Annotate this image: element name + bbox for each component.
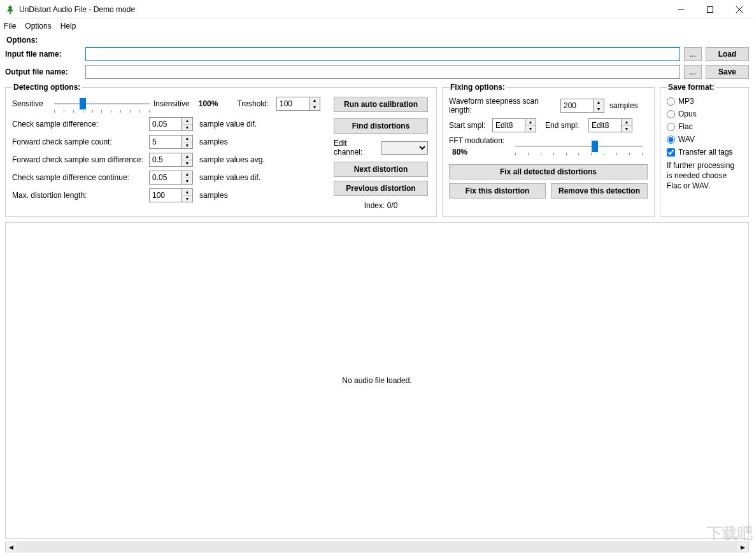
check-sample-diff-input[interactable]: [149, 117, 182, 131]
start-sample-spinner[interactable]: ▲▼: [525, 118, 536, 132]
save-format-legend: Save format:: [667, 83, 716, 92]
input-file-row: Input file name: ... Load: [5, 47, 749, 61]
scan-length-label: Waveform steepness scan length:: [449, 97, 560, 115]
fft-modulation-label: FFT modulation:: [449, 136, 506, 145]
horizontal-scrollbar[interactable]: ◀ ▶: [5, 542, 749, 552]
menu-file[interactable]: File: [4, 22, 16, 31]
end-sample-label: End smpl:: [545, 121, 585, 130]
input-browse-button[interactable]: ...: [684, 47, 702, 61]
next-distortion-button[interactable]: Next distortion: [334, 162, 428, 177]
output-file-row: Output file name: ... Save: [5, 65, 749, 79]
fwd-sum-spinner[interactable]: ▲▼: [182, 153, 193, 167]
check-sample-diff-label: Check sample difference:: [12, 120, 149, 129]
input-file-label: Input file name:: [5, 50, 82, 59]
app-icon: [5, 4, 15, 15]
scan-length-unit: samples: [609, 101, 638, 110]
check-sample-diff-unit: sample value dif.: [199, 120, 257, 129]
fixing-legend: Fixing options:: [449, 83, 506, 92]
menu-bar: File Options Help: [0, 19, 754, 33]
options-header: Options:: [6, 36, 749, 45]
check-sample-diff-spinner[interactable]: ▲▼: [182, 117, 193, 131]
check-cont-unit: sample values dif.: [199, 173, 260, 182]
fix-all-button[interactable]: Fix all detected distortions: [449, 164, 648, 179]
fwd-count-input[interactable]: [149, 135, 182, 149]
start-sample-label: Start smpl:: [449, 121, 488, 130]
menu-help[interactable]: Help: [60, 22, 76, 31]
output-browse-button[interactable]: ...: [684, 65, 702, 79]
max-dist-input[interactable]: [149, 188, 182, 202]
save-button[interactable]: Save: [706, 65, 749, 79]
run-auto-calibration-button[interactable]: Run auto calibration: [334, 97, 428, 112]
previous-distortion-button[interactable]: Previous distortion: [334, 181, 428, 196]
format-wav[interactable]: WAV: [667, 135, 742, 144]
insensitive-label: Insensitive: [153, 99, 190, 108]
svg-rect-1: [708, 7, 713, 13]
fwd-sum-unit: sample values avg.: [199, 155, 265, 164]
max-dist-label: Max. distortion length:: [12, 191, 149, 200]
max-dist-spinner[interactable]: ▲▼: [182, 188, 193, 202]
load-button[interactable]: Load: [706, 47, 749, 61]
start-sample-input[interactable]: [492, 118, 525, 132]
end-sample-spinner[interactable]: ▲▼: [622, 118, 632, 132]
waveform-area: No audio file loaded.: [5, 222, 749, 539]
detecting-options-group: Detecting options: Sensitive Insensitive…: [5, 83, 437, 217]
fwd-count-label: Forward check sample count:: [12, 137, 149, 146]
minimize-button[interactable]: [666, 0, 695, 19]
save-format-group: Save format: MP3 Opus Flac WAV Transfer …: [660, 83, 749, 217]
sensitivity-pct: 100%: [199, 99, 218, 108]
waveform-empty-text: No audio file loaded.: [342, 376, 411, 385]
format-opus[interactable]: Opus: [667, 109, 742, 118]
distortion-index: Index: 0/0: [334, 201, 428, 210]
edit-channel-label: Edit channel:: [334, 139, 378, 157]
threshold-spinner[interactable]: ▲▼: [309, 97, 320, 111]
edit-channel-select[interactable]: [381, 141, 428, 155]
detecting-legend: Detecting options:: [12, 83, 82, 92]
check-cont-input[interactable]: [149, 171, 182, 185]
fwd-sum-label: Forward check sample sum difference:: [12, 155, 149, 164]
find-distortions-button[interactable]: Find distortions: [334, 118, 428, 134]
scan-length-spinner[interactable]: ▲▼: [594, 99, 604, 113]
sensitive-label: Sensitive: [12, 99, 50, 108]
save-format-note: If further processing is needed choose F…: [667, 160, 742, 192]
output-file-field[interactable]: [85, 65, 680, 79]
fwd-count-spinner[interactable]: ▲▼: [182, 135, 193, 149]
fixing-options-group: Fixing options: Waveform steepness scan …: [442, 83, 655, 217]
output-file-label: Output file name:: [5, 67, 82, 76]
threshold-label: Treshold:: [237, 99, 269, 108]
format-flac[interactable]: Flac: [667, 122, 742, 131]
check-cont-spinner[interactable]: ▲▼: [182, 171, 193, 185]
scroll-right-icon[interactable]: ▶: [737, 542, 748, 552]
input-file-field[interactable]: [85, 47, 680, 61]
end-sample-input[interactable]: [588, 118, 622, 132]
fwd-count-unit: samples: [199, 137, 228, 146]
format-mp3[interactable]: MP3: [667, 97, 742, 106]
remove-detection-button[interactable]: Remove this detection: [551, 183, 648, 199]
scroll-left-icon[interactable]: ◀: [6, 542, 17, 552]
fft-modulation-pct: 80%: [449, 148, 471, 157]
fwd-sum-input[interactable]: [149, 153, 182, 167]
check-cont-label: Check sample difference continue:: [12, 173, 149, 182]
sensitivity-slider[interactable]: [54, 97, 150, 110]
max-dist-unit: samples: [199, 191, 228, 200]
fix-this-button[interactable]: Fix this distortion: [449, 183, 546, 199]
scan-length-input[interactable]: [560, 99, 594, 113]
transfer-tags-checkbox[interactable]: Transfer all tags: [667, 148, 742, 157]
threshold-input[interactable]: [276, 97, 309, 111]
fft-modulation-slider[interactable]: [515, 140, 643, 153]
menu-options[interactable]: Options: [25, 22, 51, 31]
window-title: UnDistort Audio File - Demo mode: [19, 5, 666, 14]
close-button[interactable]: [725, 0, 754, 19]
maximize-button[interactable]: [695, 0, 725, 19]
title-bar: UnDistort Audio File - Demo mode: [0, 0, 754, 19]
